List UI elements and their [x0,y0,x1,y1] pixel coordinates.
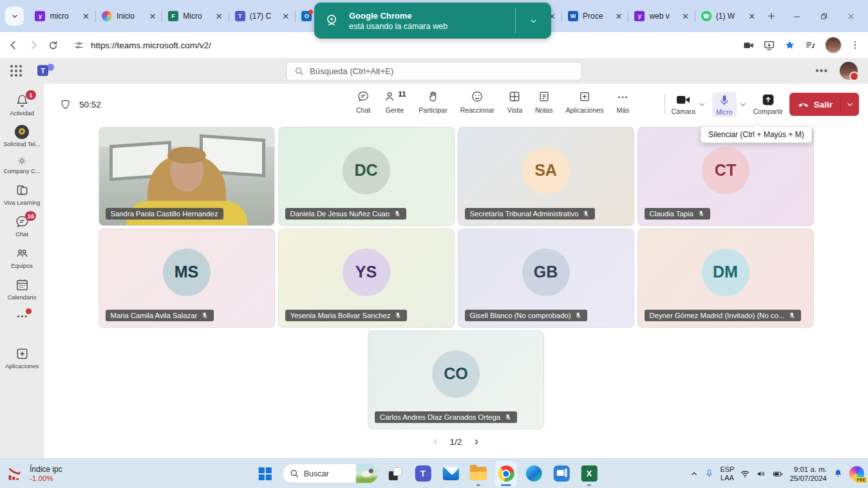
notes-button[interactable]: Notas [530,90,558,114]
solicitud-app-icon [15,125,29,139]
taskbar-search[interactable]: Buscar [282,464,379,483]
page-prev-button[interactable] [431,438,440,446]
tab-close-icon[interactable]: ✕ [615,12,622,21]
app-launcher-button[interactable] [0,65,32,77]
view-button[interactable]: Vista [502,90,527,114]
tab-close-icon[interactable]: ✕ [682,12,689,21]
sidebar-item-viva-learning[interactable]: Viva Learning [1,178,43,210]
leave-options-button[interactable] [841,100,859,108]
participant-name: Daniela De Jesus Nuñez Cuao [290,210,390,218]
sidebar-item-label: Aplicaciones [5,363,39,370]
back-button[interactable] [8,39,19,51]
teams-header-more-button[interactable]: ••• [815,65,828,77]
tab-camera-indicator[interactable] [742,39,755,52]
raise-hand-button[interactable]: Participar [413,90,452,114]
participant-tile[interactable]: DM Deyner Gómez Madrid (Invitado) (No co… [637,229,814,328]
notification-expand-button[interactable] [515,8,551,33]
task-view-button[interactable] [384,461,406,487]
participant-name: Claudia Tapia [650,210,693,218]
camera-control[interactable]: Cámara [672,93,706,115]
tab-close-icon[interactable]: ✕ [748,12,755,21]
sidebar-item-aplicaciones[interactable]: Aplicaciones [1,342,43,373]
taskbar-excel[interactable] [578,461,600,487]
participant-tile[interactable]: GB Gisell Blanco (No comprobado) [458,229,634,328]
react-button[interactable]: Reaccionar [455,90,500,114]
sidebar-item-solicitud[interactable]: Solicitud Tel... [1,120,43,151]
bookmark-star-button[interactable] [784,39,796,52]
raise-hand-label: Participar [419,106,447,114]
sidebar-item-label: Calendario [8,294,37,301]
people-button[interactable]: 11 Gente [378,90,411,114]
browser-tab[interactable]: Micro ✕ [162,5,228,27]
battery-charging-icon[interactable] [772,469,784,479]
new-tab-button[interactable] [761,5,784,27]
sidebar-item-calendario[interactable]: Calendario [1,273,43,305]
chat-button[interactable]: Chat [351,90,375,114]
sidebar-item-label: Actividad [10,110,34,117]
page-next-button[interactable] [472,438,480,446]
teams-search-input[interactable]: Búsqueda (Ctrl+Alt+E) [286,62,582,80]
media-controls-button[interactable] [804,39,816,52]
tab-close-icon[interactable]: ✕ [216,12,223,21]
taskbar-scanner-app[interactable] [551,461,572,487]
mic-control[interactable]: Micro [712,92,747,117]
taskbar-teams[interactable] [412,461,434,487]
browser-tab[interactable]: web v ✕ [628,5,694,27]
participant-tile[interactable]: DC Daniela De Jesus Nuñez Cuao [278,127,455,226]
participant-tile[interactable]: YS Yesenia Maria Bolivar Sanchez [278,229,455,328]
sidebar-item-equipos[interactable]: Equipos [1,241,43,273]
browser-menu-button[interactable] [850,40,860,50]
taskbar-mail[interactable] [440,461,462,487]
leave-button[interactable]: Salir [789,93,859,116]
browser-tab[interactable]: (17) C ✕ [229,5,295,27]
teams-profile-avatar[interactable] [840,62,858,80]
sidebar-item-actividad[interactable]: Actividad 1 [1,89,43,120]
participant-tile[interactable]: CO Carlos Andres Diaz Granados Ortega [368,330,544,429]
react-label: Reaccionar [460,106,495,114]
window-restore-button[interactable] [811,5,836,27]
window-minimize-button[interactable] [784,5,809,27]
copilot-pre-badge: PRE [856,477,867,483]
participant-tile[interactable]: Sandra Paola Castillo Hernandez [99,127,275,226]
sidebar-more-button[interactable] [1,305,43,328]
tab-close-icon[interactable]: ✕ [82,12,90,21]
copilot-icon[interactable]: PRE [849,466,864,481]
taskbar-chrome[interactable] [495,461,517,487]
window-close-button[interactable] [838,5,863,27]
back-icon [8,39,19,51]
tray-clock[interactable]: 9:01 a. m. 25/07/2024 [789,465,827,483]
taskbar-file-explorer[interactable] [467,461,489,487]
more-button[interactable]: Más [611,90,634,114]
volume-icon[interactable] [756,469,766,479]
chevron-down-icon[interactable] [698,100,706,108]
participant-tile[interactable]: MS Maria Camila Avila Salazar [99,229,275,328]
share-control[interactable]: Compartir [753,93,783,115]
reload-button[interactable] [48,40,59,51]
browser-tab[interactable]: micro ✕ [29,5,95,27]
sidebar-item-chat[interactable]: Chat 16 [1,210,43,241]
tray-mic-in-use-icon[interactable] [704,469,714,478]
browser-profile-avatar[interactable] [825,37,842,53]
save-cast-button[interactable] [763,39,775,52]
start-button[interactable] [254,461,276,487]
tray-expand-button[interactable] [690,469,699,478]
tab-search-button[interactable] [5,6,24,26]
forward-button[interactable] [28,39,39,51]
browser-tab[interactable]: Proce ✕ [562,5,628,27]
browser-tab[interactable]: Inicio ✕ [96,5,162,27]
tab-close-icon[interactable]: ✕ [149,12,156,21]
taskbar-widget[interactable]: Índice ipc -1.00% [6,459,62,488]
tab-close-icon[interactable]: ✕ [282,12,289,21]
wifi-icon[interactable] [740,469,750,479]
language-indicator[interactable]: ESP LAA [720,465,734,482]
browser-tab[interactable]: (1) W ✕ [695,5,761,27]
camera-usage-notification[interactable]: Google Chrome está usando la cámara web [314,3,551,39]
teams-icon [415,465,431,482]
chevron-down-icon[interactable] [739,100,747,108]
apps-button[interactable]: Aplicaciones [560,90,609,114]
notifications-bell-icon[interactable] [833,468,844,479]
sidebar-item-company[interactable]: Company C... [1,151,43,178]
media-controls-icon [804,39,816,52]
taskbar-edge[interactable] [523,461,545,487]
participant-tile[interactable]: SA Secretaría Tribunal Administrativo [458,127,634,226]
